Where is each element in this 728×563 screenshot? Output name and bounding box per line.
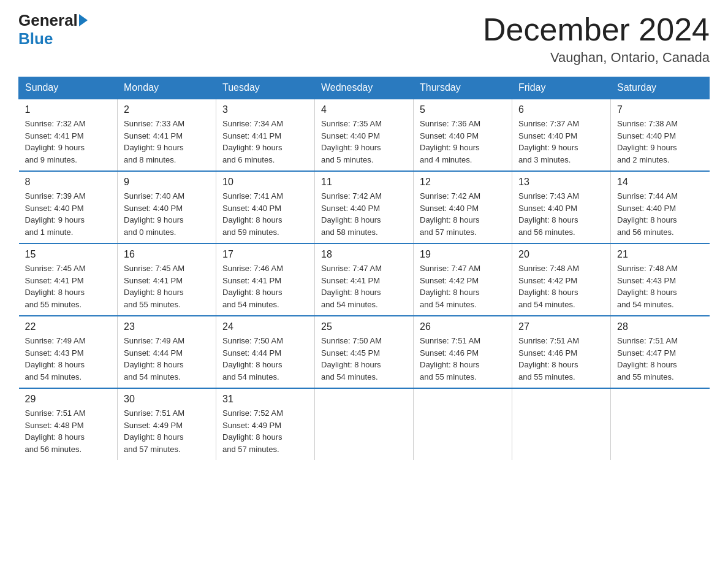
day-number: 1 [25, 104, 112, 115]
day-info: Sunrise: 7:33 AMSunset: 4:41 PMDaylight:… [124, 118, 210, 166]
calendar-day-cell: 27 Sunrise: 7:51 AMSunset: 4:46 PMDaylig… [512, 316, 611, 388]
calendar-day-cell: 9 Sunrise: 7:40 AMSunset: 4:40 PMDayligh… [118, 171, 216, 243]
day-number: 14 [617, 177, 703, 188]
calendar-day-cell: 25 Sunrise: 7:50 AMSunset: 4:45 PMDaylig… [315, 316, 414, 388]
day-info: Sunrise: 7:51 AMSunset: 4:46 PMDaylight:… [518, 335, 604, 383]
calendar-day-cell [414, 388, 512, 460]
calendar-day-cell [611, 388, 710, 460]
day-number: 9 [124, 177, 210, 188]
calendar-day-cell: 21 Sunrise: 7:48 AMSunset: 4:43 PMDaylig… [611, 243, 710, 316]
header-saturday: Saturday [611, 77, 710, 99]
header-friday: Friday [512, 77, 611, 99]
calendar-day-cell: 11 Sunrise: 7:42 AMSunset: 4:40 PMDaylig… [315, 171, 414, 243]
day-info: Sunrise: 7:44 AMSunset: 4:40 PMDaylight:… [617, 190, 703, 238]
calendar-day-cell: 14 Sunrise: 7:44 AMSunset: 4:40 PMDaylig… [611, 171, 710, 243]
calendar-day-cell: 12 Sunrise: 7:42 AMSunset: 4:40 PMDaylig… [414, 171, 512, 243]
header-thursday: Thursday [414, 77, 512, 99]
page-header: General Blue December 2024 Vaughan, Onta… [18, 12, 710, 66]
day-number: 4 [321, 104, 407, 115]
day-number: 5 [420, 104, 506, 115]
day-info: Sunrise: 7:50 AMSunset: 4:44 PMDaylight:… [222, 335, 308, 383]
day-info: Sunrise: 7:47 AMSunset: 4:41 PMDaylight:… [321, 262, 407, 310]
header-sunday: Sunday [19, 77, 118, 99]
day-number: 30 [124, 394, 210, 405]
day-number: 8 [25, 177, 112, 188]
day-number: 10 [222, 177, 308, 188]
calendar-day-cell: 15 Sunrise: 7:45 AMSunset: 4:41 PMDaylig… [19, 243, 118, 316]
day-number: 17 [222, 249, 308, 260]
day-info: Sunrise: 7:36 AMSunset: 4:40 PMDaylight:… [420, 118, 506, 166]
calendar-day-cell: 17 Sunrise: 7:46 AMSunset: 4:41 PMDaylig… [216, 243, 315, 316]
day-number: 11 [321, 177, 407, 188]
day-info: Sunrise: 7:39 AMSunset: 4:40 PMDaylight:… [25, 190, 112, 238]
day-number: 26 [420, 321, 506, 332]
calendar-day-cell: 18 Sunrise: 7:47 AMSunset: 4:41 PMDaylig… [315, 243, 414, 316]
calendar-day-cell: 20 Sunrise: 7:48 AMSunset: 4:42 PMDaylig… [512, 243, 611, 316]
day-info: Sunrise: 7:46 AMSunset: 4:41 PMDaylight:… [222, 262, 308, 310]
logo-arrow-icon [79, 14, 88, 26]
day-info: Sunrise: 7:51 AMSunset: 4:47 PMDaylight:… [617, 335, 703, 383]
day-number: 18 [321, 249, 407, 260]
day-info: Sunrise: 7:38 AMSunset: 4:40 PMDaylight:… [617, 118, 703, 166]
day-number: 25 [321, 321, 407, 332]
day-info: Sunrise: 7:48 AMSunset: 4:43 PMDaylight:… [617, 262, 703, 310]
day-number: 31 [222, 394, 308, 405]
calendar-table: Sunday Monday Tuesday Wednesday Thursday… [18, 77, 710, 460]
day-info: Sunrise: 7:32 AMSunset: 4:41 PMDaylight:… [25, 118, 112, 166]
day-number: 7 [617, 104, 703, 115]
day-info: Sunrise: 7:52 AMSunset: 4:49 PMDaylight:… [222, 407, 308, 455]
day-number: 27 [518, 321, 604, 332]
calendar-day-cell: 31 Sunrise: 7:52 AMSunset: 4:49 PMDaylig… [216, 388, 315, 460]
day-number: 19 [420, 249, 506, 260]
calendar-day-cell: 5 Sunrise: 7:36 AMSunset: 4:40 PMDayligh… [414, 99, 512, 171]
day-info: Sunrise: 7:48 AMSunset: 4:42 PMDaylight:… [518, 262, 604, 310]
day-number: 24 [222, 321, 308, 332]
calendar-day-cell: 10 Sunrise: 7:41 AMSunset: 4:40 PMDaylig… [216, 171, 315, 243]
day-info: Sunrise: 7:45 AMSunset: 4:41 PMDaylight:… [124, 262, 210, 310]
calendar-day-cell: 2 Sunrise: 7:33 AMSunset: 4:41 PMDayligh… [118, 99, 216, 171]
day-number: 22 [25, 321, 112, 332]
day-number: 23 [124, 321, 210, 332]
day-number: 6 [518, 104, 604, 115]
calendar-day-cell: 19 Sunrise: 7:47 AMSunset: 4:42 PMDaylig… [414, 243, 512, 316]
day-number: 3 [222, 104, 308, 115]
calendar-day-cell: 1 Sunrise: 7:32 AMSunset: 4:41 PMDayligh… [19, 99, 118, 171]
calendar-day-cell: 13 Sunrise: 7:43 AMSunset: 4:40 PMDaylig… [512, 171, 611, 243]
calendar-week-row: 1 Sunrise: 7:32 AMSunset: 4:41 PMDayligh… [19, 99, 710, 171]
day-number: 29 [25, 394, 112, 405]
day-info: Sunrise: 7:51 AMSunset: 4:49 PMDaylight:… [124, 407, 210, 455]
logo: General Blue [18, 12, 88, 48]
calendar-day-cell: 7 Sunrise: 7:38 AMSunset: 4:40 PMDayligh… [611, 99, 710, 171]
day-number: 13 [518, 177, 604, 188]
calendar-week-row: 29 Sunrise: 7:51 AMSunset: 4:48 PMDaylig… [19, 388, 710, 460]
day-number: 2 [124, 104, 210, 115]
day-number: 12 [420, 177, 506, 188]
day-info: Sunrise: 7:50 AMSunset: 4:45 PMDaylight:… [321, 335, 407, 383]
day-info: Sunrise: 7:49 AMSunset: 4:44 PMDaylight:… [124, 335, 210, 383]
calendar-day-cell: 24 Sunrise: 7:50 AMSunset: 4:44 PMDaylig… [216, 316, 315, 388]
calendar-header-row: Sunday Monday Tuesday Wednesday Thursday… [19, 77, 710, 99]
calendar-week-row: 22 Sunrise: 7:49 AMSunset: 4:43 PMDaylig… [19, 316, 710, 388]
day-info: Sunrise: 7:43 AMSunset: 4:40 PMDaylight:… [518, 190, 604, 238]
calendar-day-cell: 23 Sunrise: 7:49 AMSunset: 4:44 PMDaylig… [118, 316, 216, 388]
day-number: 21 [617, 249, 703, 260]
calendar-day-cell: 3 Sunrise: 7:34 AMSunset: 4:41 PMDayligh… [216, 99, 315, 171]
day-info: Sunrise: 7:42 AMSunset: 4:40 PMDaylight:… [321, 190, 407, 238]
calendar-week-row: 8 Sunrise: 7:39 AMSunset: 4:40 PMDayligh… [19, 171, 710, 243]
day-info: Sunrise: 7:41 AMSunset: 4:40 PMDaylight:… [222, 190, 308, 238]
day-number: 28 [617, 321, 703, 332]
header-tuesday: Tuesday [216, 77, 315, 99]
header-wednesday: Wednesday [315, 77, 414, 99]
calendar-day-cell: 29 Sunrise: 7:51 AMSunset: 4:48 PMDaylig… [19, 388, 118, 460]
day-info: Sunrise: 7:45 AMSunset: 4:41 PMDaylight:… [25, 262, 112, 310]
calendar-day-cell: 30 Sunrise: 7:51 AMSunset: 4:49 PMDaylig… [118, 388, 216, 460]
title-block: December 2024 Vaughan, Ontario, Canada [483, 12, 710, 66]
calendar-day-cell: 6 Sunrise: 7:37 AMSunset: 4:40 PMDayligh… [512, 99, 611, 171]
day-info: Sunrise: 7:51 AMSunset: 4:46 PMDaylight:… [420, 335, 506, 383]
calendar-day-cell: 16 Sunrise: 7:45 AMSunset: 4:41 PMDaylig… [118, 243, 216, 316]
day-number: 20 [518, 249, 604, 260]
day-info: Sunrise: 7:49 AMSunset: 4:43 PMDaylight:… [25, 335, 112, 383]
calendar-week-row: 15 Sunrise: 7:45 AMSunset: 4:41 PMDaylig… [19, 243, 710, 316]
day-info: Sunrise: 7:42 AMSunset: 4:40 PMDaylight:… [420, 190, 506, 238]
calendar-day-cell: 22 Sunrise: 7:49 AMSunset: 4:43 PMDaylig… [19, 316, 118, 388]
